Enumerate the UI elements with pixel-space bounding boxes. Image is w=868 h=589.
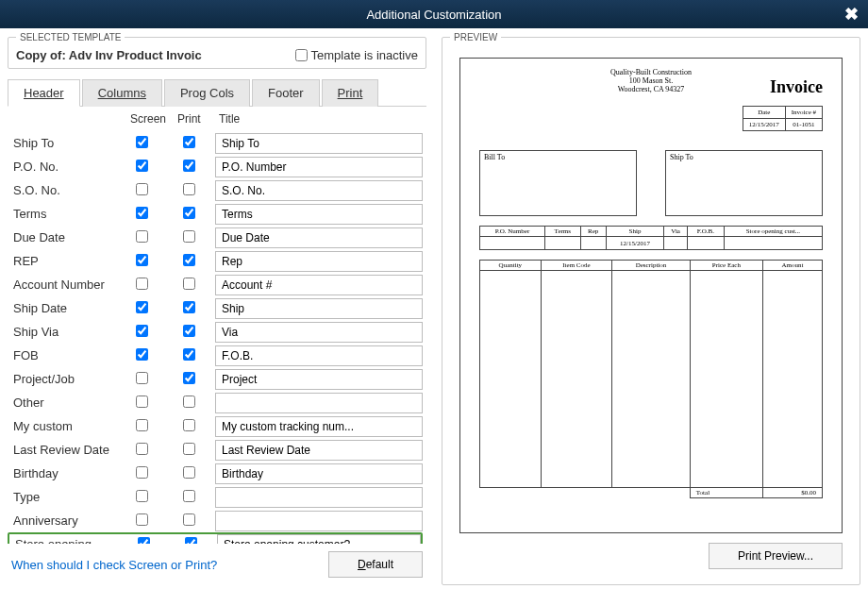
screen-checkbox[interactable] (136, 278, 148, 290)
print-checkbox[interactable] (183, 395, 195, 408)
title-input[interactable] (215, 487, 423, 508)
title-input[interactable] (215, 204, 423, 225)
field-row: My custom (8, 414, 423, 438)
field-row: Anniversary (8, 509, 423, 532)
screen-checkbox[interactable] (136, 160, 148, 172)
fields-scroll[interactable]: Screen Print Title Ship ToP.O. No.S.O. N… (8, 107, 426, 544)
tab-columns[interactable]: Columns (82, 79, 162, 107)
field-row: Birthday (8, 462, 423, 485)
screen-checkbox[interactable] (136, 348, 148, 361)
field-row: Other (8, 391, 423, 414)
title-input[interactable] (215, 157, 423, 177)
field-row: Ship Via (8, 320, 423, 344)
title-input[interactable] (215, 180, 423, 201)
field-label: REP (8, 254, 130, 268)
field-label: My custom (8, 419, 130, 433)
tab-header[interactable]: Header (8, 79, 80, 107)
screen-checkbox[interactable] (136, 230, 148, 243)
title-input[interactable] (215, 369, 423, 390)
field-row: FOB (8, 344, 423, 367)
print-checkbox[interactable] (183, 278, 195, 290)
print-checkbox[interactable] (183, 160, 195, 172)
print-checkbox[interactable] (183, 419, 195, 431)
field-row: Last Review Date (8, 438, 423, 462)
field-row: P.O. No. (8, 155, 423, 178)
shipto-block: Ship To (665, 150, 823, 216)
print-preview-button[interactable]: Print Preview... (709, 543, 843, 569)
default-button[interactable]: Default (328, 551, 423, 578)
screen-checkbox[interactable] (136, 466, 148, 479)
field-label: Project/Job (8, 372, 130, 386)
field-label: Account Number (8, 278, 130, 292)
title-input[interactable] (215, 275, 423, 295)
billto-block: Bill To (479, 150, 637, 216)
print-checkbox[interactable] (183, 183, 195, 195)
title-input[interactable] (215, 322, 423, 343)
screen-checkbox[interactable] (136, 254, 148, 266)
print-checkbox[interactable] (183, 325, 195, 337)
field-row: Project/Job (8, 367, 423, 391)
tab-prog-cols[interactable]: Prog Cols (164, 79, 250, 107)
title-input[interactable] (215, 345, 423, 366)
field-row: S.O. No. (8, 178, 423, 202)
title-input[interactable] (215, 298, 423, 319)
field-label: Ship Date (8, 301, 130, 315)
selected-template-group: SELECTED TEMPLATE Copy of: Adv Inv Produ… (8, 32, 426, 69)
field-label: S.O. No. (8, 183, 130, 197)
screen-checkbox[interactable] (136, 513, 148, 526)
print-checkbox[interactable] (183, 230, 195, 243)
field-row: Ship Date (8, 296, 423, 320)
field-label: FOB (8, 348, 130, 362)
print-checkbox[interactable] (183, 301, 195, 313)
print-checkbox[interactable] (183, 513, 195, 526)
screen-checkbox[interactable] (138, 537, 150, 545)
selected-template-legend: SELECTED TEMPLATE (16, 32, 125, 42)
screen-checkbox[interactable] (136, 490, 148, 502)
title-input[interactable] (215, 133, 423, 154)
screen-checkbox[interactable] (136, 325, 148, 337)
field-label: Type (8, 490, 130, 504)
print-checkbox[interactable] (183, 443, 195, 455)
preview-group: PREVIEW Quality-Built Construction 100 M… (442, 32, 860, 585)
field-label: Ship Via (8, 325, 130, 339)
field-row: Terms (8, 202, 423, 226)
print-checkbox[interactable] (183, 466, 195, 479)
print-checkbox[interactable] (183, 490, 195, 502)
screen-checkbox[interactable] (136, 301, 148, 313)
screen-checkbox[interactable] (136, 419, 148, 431)
title-input[interactable] (215, 227, 423, 248)
screen-checkbox[interactable] (136, 207, 148, 219)
title-input[interactable] (215, 511, 423, 531)
field-row: Ship To (8, 131, 423, 155)
help-link[interactable]: When should I check Screen or Print? (11, 558, 217, 572)
print-checkbox[interactable] (183, 348, 195, 361)
print-checkbox[interactable] (185, 537, 197, 545)
title-input[interactable] (217, 534, 421, 545)
template-inactive-label[interactable]: Template is inactive (290, 48, 418, 62)
col-header-screen: Screen (130, 112, 177, 126)
title-input[interactable] (215, 416, 423, 437)
template-name: Copy of: Adv Inv Product Invoic (16, 48, 202, 62)
preview-legend: PREVIEW (450, 32, 501, 42)
title-input[interactable] (215, 440, 423, 461)
title-input[interactable] (215, 251, 423, 272)
close-icon[interactable]: ✖ (844, 4, 859, 25)
screen-checkbox[interactable] (136, 183, 148, 195)
preview-page: Quality-Built Construction 100 Mason St.… (459, 58, 843, 533)
print-checkbox[interactable] (183, 207, 195, 219)
tab-footer[interactable]: Footer (252, 79, 320, 107)
screen-checkbox[interactable] (136, 443, 148, 455)
title-input[interactable] (215, 463, 423, 484)
screen-checkbox[interactable] (136, 372, 148, 384)
title-input[interactable] (215, 393, 423, 413)
print-checkbox[interactable] (183, 372, 195, 384)
print-checkbox[interactable] (183, 136, 195, 148)
screen-checkbox[interactable] (136, 136, 148, 148)
field-row: REP (8, 249, 423, 273)
print-checkbox[interactable] (183, 254, 195, 266)
field-row: Due Date (8, 226, 423, 249)
screen-checkbox[interactable] (136, 395, 148, 408)
template-inactive-checkbox[interactable] (295, 49, 308, 61)
tab-print[interactable]: Print (322, 79, 379, 107)
field-label: Terms (8, 207, 130, 221)
